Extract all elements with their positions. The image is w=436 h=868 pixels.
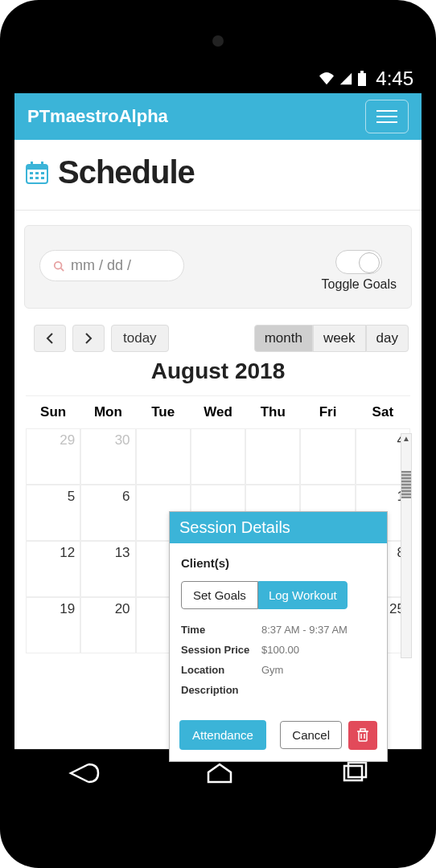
next-button[interactable]	[72, 325, 105, 352]
view-day-button[interactable]: day	[366, 325, 409, 352]
cancel-button[interactable]: Cancel	[280, 721, 342, 749]
search-icon	[53, 260, 64, 272]
page-title: Schedule	[58, 154, 195, 190]
day-header: Wed	[191, 396, 245, 428]
svg-rect-19	[344, 766, 362, 780]
signal-icon	[339, 72, 353, 86]
svg-rect-4	[31, 162, 33, 167]
description-label: Description	[181, 684, 261, 696]
calendar-cell[interactable]: 6	[80, 485, 135, 541]
location-value: Gym	[261, 664, 283, 676]
calendar-cell[interactable]: 5	[26, 485, 80, 541]
svg-rect-9	[30, 177, 33, 179]
goals-toggle-label: Toggle Goals	[322, 277, 397, 292]
chevron-left-icon	[45, 333, 55, 344]
log-workout-button[interactable]: Log Workout	[258, 581, 348, 609]
controls-card: mm / dd / Toggle Goals	[24, 225, 412, 309]
android-back-icon[interactable]	[66, 761, 101, 785]
svg-point-12	[55, 261, 62, 268]
trash-icon	[356, 728, 369, 743]
calendar-cell[interactable]: 13	[80, 541, 135, 597]
calendar-cell[interactable]: 19	[26, 597, 80, 653]
app-header: PTmaestroAlpha	[14, 93, 422, 140]
svg-line-13	[61, 268, 64, 271]
svg-rect-3	[27, 165, 47, 170]
svg-rect-11	[41, 177, 44, 179]
month-label: August 2018	[14, 358, 422, 384]
svg-rect-7	[35, 172, 39, 174]
day-header: Sun	[26, 396, 80, 428]
svg-rect-8	[41, 172, 44, 174]
hamburger-menu-button[interactable]	[365, 100, 409, 133]
phone-speaker-dot	[212, 35, 224, 47]
android-recent-icon[interactable]	[338, 761, 370, 785]
popup-title: Session Details	[170, 512, 387, 543]
day-header: Sat	[356, 396, 410, 428]
goals-toggle[interactable]	[335, 250, 382, 274]
today-button[interactable]: today	[111, 325, 169, 352]
day-header: Tue	[136, 396, 191, 428]
wifi-icon	[318, 72, 335, 86]
day-header: Mon	[80, 396, 135, 428]
app-title: PTmaestroAlpha	[27, 106, 168, 127]
attendance-button[interactable]: Attendance	[179, 720, 266, 750]
calendar-cell[interactable]: 30	[80, 428, 135, 485]
svg-rect-0	[358, 73, 366, 86]
view-toggle: month week day	[254, 325, 409, 352]
calendar-cell[interactable]	[136, 428, 191, 485]
prev-button[interactable]	[34, 325, 66, 352]
set-goals-button[interactable]: Set Goals	[181, 581, 258, 609]
android-status-bar: 4:45	[14, 64, 422, 93]
calendar-scrollbar[interactable]: ▲	[401, 433, 412, 658]
day-header: Thu	[245, 396, 300, 428]
time-value: 8:37 AM - 9:37 AM	[261, 624, 348, 636]
svg-rect-14	[359, 731, 367, 741]
svg-rect-5	[41, 162, 43, 167]
calendar-cell[interactable]: 29	[26, 428, 80, 485]
svg-rect-20	[348, 763, 366, 777]
view-month-button[interactable]: month	[254, 325, 313, 352]
date-placeholder: mm / dd /	[71, 257, 131, 274]
time-label: Time	[181, 624, 261, 636]
svg-rect-18	[360, 729, 365, 731]
price-label: Session Price	[181, 644, 261, 656]
delete-button[interactable]	[348, 721, 377, 750]
day-header: Fri	[300, 396, 355, 428]
svg-rect-6	[30, 172, 33, 174]
clients-label: Client(s)	[181, 556, 376, 570]
calendar-cell[interactable]	[191, 428, 245, 485]
calendar-cell[interactable]	[300, 428, 355, 485]
chevron-right-icon	[84, 333, 93, 344]
calendar-cell[interactable]: 12	[26, 541, 80, 597]
svg-rect-1	[360, 71, 364, 73]
view-week-button[interactable]: week	[313, 325, 366, 352]
battery-icon	[356, 71, 368, 87]
price-value: $100.00	[261, 644, 299, 656]
date-input[interactable]: mm / dd /	[39, 250, 184, 281]
calendar-cell[interactable]	[245, 428, 300, 485]
svg-rect-10	[35, 177, 39, 179]
status-time: 4:45	[376, 68, 413, 90]
calendar-icon	[24, 160, 50, 186]
session-details-popup: Session Details Client(s) Set Goals Log …	[169, 511, 388, 762]
location-label: Location	[181, 664, 261, 676]
calendar-cell[interactable]: 20	[80, 597, 135, 653]
android-home-icon[interactable]	[204, 761, 236, 785]
